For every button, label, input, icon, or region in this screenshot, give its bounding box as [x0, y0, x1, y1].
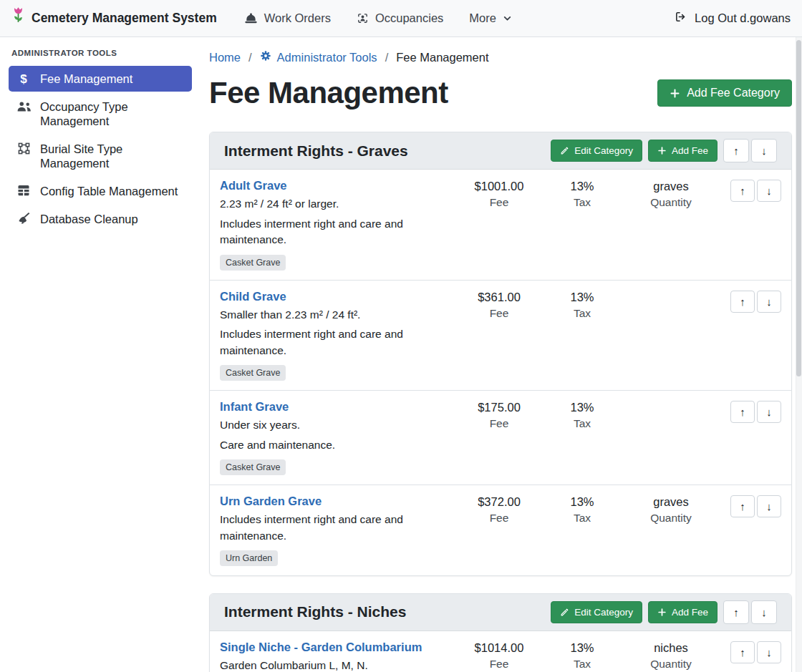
fee-amount-label: Fee — [459, 512, 539, 525]
fee-tax: 13% — [546, 291, 618, 304]
edit-category-button[interactable]: Edit Category — [551, 601, 642, 623]
category-header: Interment Rights - Niches Edit Category … — [210, 594, 791, 631]
category-header: Interment Rights - Graves Edit Category … — [210, 132, 791, 170]
nav-more-label: More — [469, 11, 496, 25]
table-icon — [16, 185, 32, 196]
fee-info: Adult Grave 2.23 m² / 24 ft² or larger. … — [220, 179, 452, 270]
sidebar-item-database-cleanup[interactable]: Database Cleanup — [9, 206, 192, 232]
fee-tax-cell: 13% Tax — [546, 179, 618, 209]
scrollbar-thumb[interactable] — [796, 40, 801, 376]
breadcrumb-home-link[interactable]: Home — [209, 51, 241, 64]
move-fee-down-button[interactable]: ↓ — [757, 291, 781, 313]
move-fee-down-button[interactable]: ↓ — [757, 641, 781, 663]
fee-name-link[interactable]: Urn Garden Grave — [220, 495, 322, 508]
fee-quantity-cell: graves Quantity — [625, 179, 717, 209]
sidebar: ADMINISTRATOR TOOLS $ Fee Management Occ… — [0, 37, 200, 672]
fee-tax-label: Tax — [546, 512, 618, 525]
category-list: Interment Rights - Graves Edit Category … — [209, 132, 792, 672]
fee-tax-label: Tax — [546, 417, 618, 430]
breadcrumb-admin-tools-label: Administrator Tools — [277, 51, 377, 64]
dollar-icon: $ — [16, 72, 32, 86]
fee-reorder-controls: ↑ ↓ — [724, 291, 781, 313]
fee-amount-cell: $372.00 Fee — [459, 495, 539, 525]
move-fee-up-button[interactable]: ↑ — [730, 291, 755, 313]
category-actions: Edit Category Add Fee ↑ ↓ — [551, 600, 777, 624]
add-fee-category-button[interactable]: Add Fee Category — [657, 79, 792, 107]
sidebar-item-fee-management[interactable]: $ Fee Management — [9, 66, 192, 92]
fee-reorder-controls: ↑ ↓ — [724, 495, 781, 517]
category-reorder-controls: ↑ ↓ — [723, 139, 777, 162]
add-fee-category-label: Add Fee Category — [687, 87, 780, 99]
fee-quantity-label: Quantity — [625, 196, 717, 209]
broom-icon — [16, 213, 32, 225]
fee-amount-cell: $175.00 Fee — [459, 400, 539, 430]
navbar-menu: Work Orders Occupancies More — [244, 11, 512, 25]
nav-occupancies-label: Occupancies — [375, 11, 443, 25]
fee-description-1: Includes interment right and care and ma… — [220, 512, 452, 544]
top-navbar: Cemetery Management System Work Orders — [0, 0, 802, 37]
fee-tax-label: Tax — [546, 196, 618, 209]
fee-reorder-controls: ↑ ↓ — [724, 641, 781, 663]
page-header: Fee Management Add Fee Category — [209, 76, 792, 110]
logout-button[interactable]: Log Out d.gowans — [674, 11, 791, 26]
app-brand[interactable]: Cemetery Management System — [11, 6, 217, 31]
fee-description-1: Smaller than 2.23 m² / 24 ft². — [220, 307, 452, 323]
move-fee-up-button[interactable]: ↑ — [730, 641, 755, 663]
sidebar-heading: ADMINISTRATOR TOOLS — [11, 49, 189, 57]
nav-work-orders[interactable]: Work Orders — [244, 11, 331, 25]
vertical-scrollbar[interactable] — [796, 37, 802, 672]
category-actions: Edit Category Add Fee ↑ ↓ — [551, 139, 777, 162]
logout-label: Log Out d.gowans — [695, 11, 791, 25]
move-category-down-button[interactable]: ↓ — [751, 600, 777, 624]
move-category-down-button[interactable]: ↓ — [751, 139, 777, 162]
fee-tax: 13% — [546, 495, 618, 509]
add-fee-button[interactable]: Add Fee — [648, 601, 718, 623]
move-fee-down-button[interactable]: ↓ — [757, 180, 781, 202]
add-fee-button[interactable]: Add Fee — [648, 140, 718, 162]
plus-icon — [670, 88, 680, 99]
fee-info: Child Grave Smaller than 2.23 m² / 24 ft… — [220, 290, 452, 381]
fee-category-card: Interment Rights - Niches Edit Category … — [209, 593, 792, 672]
fee-name-link[interactable]: Single Niche - Garden Columbarium — [220, 641, 422, 654]
fee-info: Single Niche - Garden Columbarium Garden… — [220, 641, 452, 672]
category-title: Interment Rights - Niches — [224, 603, 406, 620]
fee-quantity: graves — [625, 180, 717, 193]
move-fee-up-button[interactable]: ↑ — [730, 495, 755, 517]
sidebar-item-config-table-management[interactable]: Config Table Management — [9, 178, 192, 204]
fee-name-link[interactable]: Adult Grave — [220, 179, 287, 193]
sidebar-item-label: Burial Site Type Management — [40, 142, 185, 170]
move-category-up-button[interactable]: ↑ — [723, 139, 749, 162]
sidebar-item-occupancy-type-management[interactable]: Occupancy Type Management — [9, 94, 192, 134]
fee-amount: $361.00 — [459, 291, 539, 304]
fee-quantity: graves — [625, 495, 717, 509]
nav-occupancies[interactable]: Occupancies — [357, 11, 443, 25]
move-fee-up-button[interactable]: ↑ — [730, 401, 755, 423]
fee-quantity-cell: graves Quantity — [625, 495, 717, 525]
fee-amount: $1014.00 — [459, 641, 539, 655]
nav-more[interactable]: More — [469, 11, 512, 25]
nav-work-orders-label: Work Orders — [264, 11, 331, 25]
add-fee-label: Add Fee — [672, 607, 708, 618]
pencil-icon — [560, 608, 569, 617]
fee-info: Infant Grave Under six years. Care and m… — [220, 400, 452, 475]
fee-quantity-cell — [625, 400, 717, 401]
move-category-up-button[interactable]: ↑ — [723, 600, 749, 624]
fee-name-link[interactable]: Child Grave — [220, 290, 286, 303]
breadcrumb-admin-tools-link[interactable]: Administrator Tools — [260, 50, 377, 64]
users-icon — [16, 100, 32, 112]
fee-amount-label: Fee — [459, 417, 539, 430]
chevron-down-icon — [503, 14, 512, 23]
move-fee-up-button[interactable]: ↑ — [730, 180, 755, 202]
fee-tax-label: Tax — [546, 307, 618, 320]
move-fee-down-button[interactable]: ↓ — [757, 401, 781, 423]
pencil-icon — [560, 146, 569, 155]
plus-icon — [657, 146, 667, 155]
fee-row: Adult Grave 2.23 m² / 24 ft² or larger. … — [210, 170, 791, 280]
edit-category-button[interactable]: Edit Category — [551, 140, 642, 162]
move-fee-down-button[interactable]: ↓ — [757, 495, 781, 517]
fee-name-link[interactable]: Infant Grave — [220, 400, 289, 414]
sidebar-item-burial-site-type-management[interactable]: Burial Site Type Management — [9, 136, 192, 176]
fee-quantity-cell: niches Quantity — [625, 641, 717, 671]
fee-row: Child Grave Smaller than 2.23 m² / 24 ft… — [210, 281, 791, 391]
fee-tax-label: Tax — [546, 658, 618, 671]
